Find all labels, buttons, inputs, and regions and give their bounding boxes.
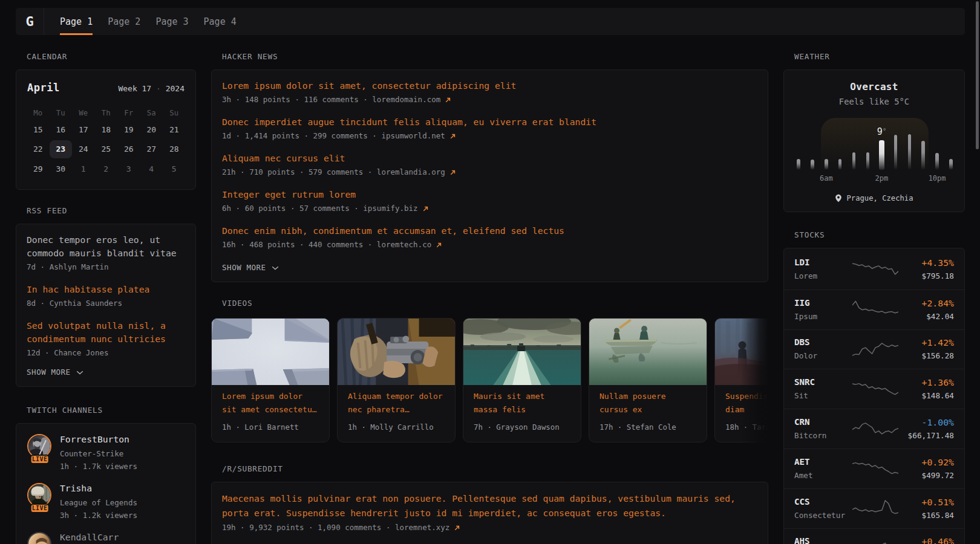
stock-sparkline bbox=[852, 299, 898, 320]
calendar-day: 1 bbox=[72, 159, 95, 179]
page: G Page 1 Page 2 Page 3 Page 4 CALENDAR A… bbox=[0, 0, 980, 544]
hn-item-meta: 16h · 468 points · 440 comments · loremt… bbox=[222, 239, 757, 251]
twitch-channel-row[interactable]: KendallCarr bbox=[27, 532, 185, 544]
dashboard-columns: CALENDAR April Week 17 · 2024 MoTuWeThFr… bbox=[16, 53, 965, 544]
hn-item-title[interactable]: Integer eget rutrum lorem bbox=[222, 188, 757, 201]
video-meta: 18h · Tara bbox=[725, 421, 768, 433]
external-link-icon bbox=[436, 242, 442, 248]
video-thumbnail-figure-in-foggy-field bbox=[715, 319, 768, 385]
external-link-icon bbox=[449, 133, 456, 140]
stock-ticker: AET bbox=[794, 456, 852, 468]
tab-page-3[interactable]: Page 3 bbox=[155, 8, 188, 35]
stock-row[interactable]: AET Amet +0.92% $499.72 bbox=[784, 448, 964, 488]
stock-price: $148.64 bbox=[898, 390, 954, 402]
avatar-image bbox=[28, 484, 50, 506]
stock-row[interactable]: CCS Consectetur +0.51% $165.84 bbox=[784, 488, 964, 528]
stock-values: -1.00% $66,171.48 bbox=[898, 416, 954, 442]
video-title[interactable]: Nullam posuere cursus ex bbox=[599, 390, 696, 416]
video-card[interactable]: Nullam posuere cursus ex 17h · Stefan Co… bbox=[589, 318, 707, 442]
stock-change: +1.36% bbox=[898, 376, 954, 389]
hn-item-title[interactable]: Aliquam nec cursus elit bbox=[222, 152, 757, 165]
calendar-day: 3 bbox=[117, 159, 140, 179]
page-scrollbar-thumb[interactable] bbox=[976, 1, 979, 149]
video-info: Suspendisse diam 18h · Tara bbox=[715, 385, 768, 442]
calendar-day: 21 bbox=[163, 120, 186, 140]
video-title[interactable]: Lorem ipsum dolor sit amet consectetu… bbox=[222, 390, 319, 416]
external-link-icon bbox=[445, 97, 451, 103]
tab-page-1[interactable]: Page 1 bbox=[60, 8, 93, 35]
weather-section-title: WEATHER bbox=[794, 53, 965, 61]
hn-item: Lorem ipsum dolor sit amet, consectetur … bbox=[222, 79, 757, 106]
rss-item-title[interactable]: In hac habitasse platea bbox=[27, 283, 185, 296]
stock-name: Consectetur bbox=[794, 510, 852, 522]
video-thumbnail-boat-wake-sea-city bbox=[463, 319, 581, 385]
twitch-channel-name[interactable]: Trisha bbox=[60, 482, 137, 494]
weather-location-text: Prague, Czechia bbox=[846, 192, 913, 204]
weather-feels-like: Feels like 5°C bbox=[794, 96, 954, 107]
video-card[interactable]: Mauris sit amet massa felis 7h · Grayson… bbox=[463, 318, 581, 442]
weather-time-label: 10pm bbox=[929, 174, 946, 183]
stock-values: +1.36% $148.64 bbox=[898, 376, 954, 402]
tab-page-2[interactable]: Page 2 bbox=[108, 8, 140, 35]
rss-item-title[interactable]: Donec tempor eros leo, ut commodo mauris… bbox=[27, 233, 185, 260]
video-card[interactable]: Aliquam tempor dolor nec pharetra… 1h · … bbox=[337, 318, 456, 442]
stock-ticker: DBS bbox=[794, 336, 852, 349]
hn-item-title[interactable]: Lorem ipsum dolor sit amet, consectetur … bbox=[222, 79, 757, 92]
video-thumbnail-concrete-pillars-sky bbox=[212, 319, 329, 385]
subreddit-post-title[interactable]: Maecenas mollis pulvinar erat non posuer… bbox=[222, 491, 757, 520]
calendar-header: April Week 17 · 2024 bbox=[27, 80, 185, 95]
stock-row[interactable]: IIG Ipsum +2.84% $42.04 bbox=[784, 290, 964, 329]
stock-row[interactable]: SNRC Sit +1.36% $148.64 bbox=[784, 369, 964, 409]
weather-time-labels: 6am2pm10pm bbox=[794, 174, 954, 184]
subreddit-section-title: /R/SUBREDDIT bbox=[222, 465, 768, 473]
page-tabs: Page 1 Page 2 Page 3 Page 4 bbox=[60, 8, 237, 35]
stock-change: +2.84% bbox=[898, 297, 954, 309]
rss-show-more-button[interactable]: SHOW MORE bbox=[27, 366, 84, 378]
stock-price: $156.28 bbox=[898, 350, 954, 362]
hacker-news-section-title: HACKER NEWS bbox=[222, 53, 768, 61]
stock-row[interactable]: LDI Lorem +4.35% $795.18 bbox=[784, 250, 964, 290]
app-logo[interactable]: G bbox=[16, 8, 44, 35]
avatar-image bbox=[28, 533, 50, 544]
stocks-section-title: STOCKS bbox=[794, 231, 965, 239]
twitch-channel-name[interactable]: KendallCarr bbox=[60, 531, 119, 543]
stock-ticker: LDI bbox=[794, 256, 852, 269]
stock-change: +1.42% bbox=[898, 336, 954, 349]
subreddit-card: Maecenas mollis pulvinar erat non posuer… bbox=[211, 482, 768, 544]
video-title[interactable]: Mauris sit amet massa felis bbox=[474, 390, 570, 416]
tab-page-4[interactable]: Page 4 bbox=[204, 8, 237, 35]
hn-item-title[interactable]: Donec enim nibh, condimentum et accumsan… bbox=[222, 224, 757, 238]
stock-row[interactable]: AHS +0.46% bbox=[784, 528, 964, 544]
rss-section-title: RSS FEED bbox=[27, 207, 196, 215]
video-card[interactable]: Suspendisse diam 18h · Tara bbox=[714, 318, 768, 442]
stock-name: Amet bbox=[794, 470, 852, 482]
navbar: G Page 1 Page 2 Page 3 Page 4 bbox=[16, 8, 965, 35]
stock-change: +4.35% bbox=[898, 256, 954, 269]
weather-bar bbox=[838, 159, 842, 170]
stock-price: $66,171.48 bbox=[898, 430, 954, 442]
weather-condition: Overcast bbox=[794, 81, 954, 93]
twitch-channel-row[interactable]: LIVE ForrestBurton Counter-Strike 1h · 1… bbox=[27, 434, 185, 473]
calendar-day: 26 bbox=[117, 140, 140, 160]
hn-item-meta: 3h · 148 points · 116 comments · loremdo… bbox=[222, 94, 757, 106]
video-title[interactable]: Suspendisse diam bbox=[725, 390, 768, 416]
subreddit-post-meta-text: 19h · 9,932 points · 1,090 comments · lo… bbox=[222, 522, 449, 534]
video-meta: 17h · Stefan Cole bbox=[599, 421, 696, 433]
hn-show-more-button[interactable]: SHOW MORE bbox=[222, 262, 279, 274]
video-card[interactable]: Lorem ipsum dolor sit amet consectetu… 1… bbox=[211, 318, 330, 442]
rss-item: Donec tempor eros leo, ut commodo mauris… bbox=[27, 233, 185, 273]
navbar-divider bbox=[44, 8, 44, 35]
hn-item: Aliquam nec cursus elit21h · 710 points … bbox=[222, 152, 757, 178]
stock-row[interactable]: DBS Dolor +1.42% $156.28 bbox=[784, 329, 964, 369]
stock-sparkline bbox=[852, 458, 898, 479]
stock-name: Bitcorn bbox=[794, 430, 852, 442]
stock-name: Ipsum bbox=[794, 311, 852, 323]
calendar-day-selected: 23 bbox=[50, 140, 73, 158]
rss-item-title[interactable]: Sed volutpat nulla nisl, a condimentum n… bbox=[27, 319, 185, 346]
twitch-channel-name[interactable]: ForrestBurton bbox=[60, 433, 137, 445]
stock-row[interactable]: CRN Bitcorn -1.00% $66,171.48 bbox=[784, 409, 964, 448]
hn-item-title[interactable]: Donec imperdiet augue tincidunt felis al… bbox=[222, 115, 757, 129]
twitch-channel-row[interactable]: LIVE Trisha League of Legends 3h · 1.2k … bbox=[27, 483, 185, 522]
stock-name: Dolor bbox=[794, 350, 852, 362]
video-title[interactable]: Aliquam tempor dolor nec pharetra… bbox=[348, 390, 445, 416]
